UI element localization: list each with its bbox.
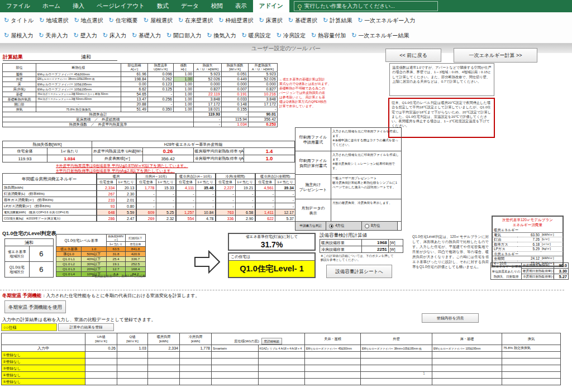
cell: 40%以下 bbox=[82, 257, 107, 262]
capacity-table: 暖房設備容量1968[W]冷房設備容量2251[W] bbox=[320, 239, 403, 253]
macro-icon bbox=[242, 32, 247, 39]
addin-item[interactable]: 熱容量付加 bbox=[308, 32, 349, 40]
cell: 外壁 bbox=[3, 77, 36, 82]
ribbon-tab[interactable]: 挿入 bbox=[66, 0, 90, 12]
col-header: 冷房(全期間) bbox=[216, 174, 255, 179]
macro-icon bbox=[132, 32, 137, 39]
addin-item[interactable]: 床入力 bbox=[100, 32, 129, 40]
addin-item[interactable]: 暖房設定 bbox=[239, 32, 274, 40]
cell: - bbox=[196, 203, 216, 209]
cell: 0.000 bbox=[249, 82, 278, 87]
temperature-coefficient-note: 温度係数は通常1.0ですが、アパートなどで隣接する空間が住戸の場合の界床、界壁で… bbox=[389, 63, 494, 96]
spec-name-input[interactable]: ○○仕様 bbox=[1, 323, 57, 331]
table-row: 延床面積 ／ 外皮総面積 - 115.94 356.42 bbox=[3, 117, 278, 122]
addin-item[interactable]: 一次エネルギー結果 bbox=[349, 32, 412, 40]
cell: 90.01 bbox=[249, 112, 278, 117]
table-row: 開口部-20.88-1.0017.1720.14817.172 bbox=[3, 102, 278, 107]
cell: 267 bbox=[97, 191, 117, 197]
cell: - bbox=[216, 191, 236, 197]
annual-energy-header: 年間暖冷房用消費エネルギー 暖房 冷房(4～10月) 暖冷房合計(4～10月) … bbox=[3, 174, 295, 185]
addin-item[interactable]: 在来壁選択 bbox=[175, 17, 216, 25]
ribbon-tab[interactable]: ページレイアウト bbox=[90, 0, 151, 12]
cell: 電気 bbox=[493, 232, 517, 237]
ribbon-tab[interactable]: 表示 bbox=[229, 0, 253, 12]
addin-item[interactable]: 一次エネルギー入力 bbox=[355, 17, 418, 25]
cell bbox=[361, 358, 432, 365]
cell: Smartwin bbox=[212, 345, 259, 352]
capacity-sheet-button[interactable]: 設備容量計算シートへ bbox=[326, 265, 392, 278]
annual-energy-body: 熱負荷[kWh]2,33420.131,77815.334,11135.462,… bbox=[3, 185, 295, 222]
excel-window: ファイル ホーム 挿入 ページレイアウト 数式 データ 校閲 表示 アドイン 実… bbox=[0, 0, 572, 392]
winter-predict-button[interactable]: 冬期室温 予測機能を使用 bbox=[4, 300, 66, 313]
print-application-form-button[interactable]: 印刷用ファイル 申請用書式 bbox=[295, 128, 331, 151]
register-result-button[interactable]: 計算中の結果を登録 bbox=[58, 323, 114, 331]
cell: [kWh/㎡] bbox=[541, 232, 563, 237]
table-row: 冷房設備容量2251[W] bbox=[320, 246, 403, 253]
cell: 外皮表面積[㎡] bbox=[92, 155, 143, 162]
addin-item[interactable]: 天井入力 bbox=[36, 32, 70, 40]
comparison-header: UA値 [W/㎡K] Q値 [W/㎡K] 暖房負荷 [kWh] 冷房負荷 [kW… bbox=[2, 333, 561, 345]
addin-item[interactable]: 床選択 bbox=[256, 17, 285, 25]
ribbon-tab[interactable]: 校閲 bbox=[205, 0, 229, 12]
addin-item[interactable]: 冷房設定 bbox=[274, 32, 308, 40]
addin-item[interactable]: 開口部入力 bbox=[164, 32, 204, 40]
toolbar-strip-label: ユーザー設定のツール バー bbox=[251, 45, 321, 52]
print-load-calc-form-button[interactable]: 印刷用ファイル 負荷計算付書式 bbox=[295, 151, 331, 174]
tell-me-search-input[interactable]: 実行したい作業を入力してください... bbox=[294, 1, 438, 11]
heat-table-side-note: ←省エネ基準の基礎計算は別計 算式なのでQ値系とは差が出ます。 基礎断熱が不明確… bbox=[279, 77, 333, 108]
cell: EMセルローズファイバー 45&300mm bbox=[305, 345, 361, 352]
cell: - bbox=[235, 197, 255, 203]
window-detail-button[interactable]: 窓詳細確認 bbox=[261, 338, 282, 345]
cell bbox=[258, 358, 305, 365]
table-row: 外壁EMセルローズファイバー 38mm+105&195mm 他198.840.2… bbox=[3, 77, 278, 82]
addin-item[interactable]: 基礎入力 bbox=[129, 32, 164, 40]
addin-ribbon: タイトル 地域選択 地点選択 住宅概要 屋根選択 在来壁選択 枠組壁選択 床選択… bbox=[0, 12, 572, 44]
addin-item[interactable]: 地域選択 bbox=[36, 17, 71, 25]
table-row: 暖房設備容量1968[W] bbox=[320, 240, 403, 246]
ribbon-tab[interactable]: データ bbox=[175, 0, 205, 12]
col-header: 1㎡当たり bbox=[107, 242, 126, 247]
cell bbox=[148, 358, 180, 365]
addin-item[interactable]: タイトル bbox=[1, 17, 36, 25]
owner-presentation-sheet-button[interactable]: 施主向け プレゼンシート bbox=[295, 175, 331, 199]
addin-item[interactable]: 基礎選択 bbox=[285, 17, 320, 25]
cell: 168.4 bbox=[126, 267, 146, 272]
cell bbox=[361, 372, 432, 379]
cell: - bbox=[176, 191, 196, 197]
macro-icon bbox=[218, 17, 223, 23]
addin-item[interactable]: 屋根選択 bbox=[141, 17, 175, 25]
ribbon-tab-file[interactable]: ファイル bbox=[0, 0, 36, 12]
monthly-data-button[interactable]: 月別データの 表示 bbox=[295, 199, 331, 221]
ribbon-tab[interactable]: 数式 bbox=[151, 0, 175, 12]
cell bbox=[432, 358, 502, 365]
back-button[interactable]: << 前に戻る bbox=[385, 49, 441, 62]
level-table-title: Q1.0住宅のLevel判定表 bbox=[2, 230, 56, 237]
register-note: 入力中の計算結果は名称を入力し、室温の比較データとして登録できます。 bbox=[2, 317, 156, 323]
addin-item[interactable]: 計算結果 bbox=[320, 17, 355, 25]
addin-item[interactable]: 壁入力 bbox=[70, 32, 99, 40]
cell: Q1.0 L1 bbox=[56, 257, 82, 262]
cell bbox=[117, 352, 148, 358]
addin-item[interactable]: 地点選択 bbox=[71, 17, 106, 25]
ribbon-tab[interactable]: ホーム bbox=[36, 0, 66, 12]
addin-item[interactable]: 住宅概要 bbox=[106, 17, 141, 25]
cell: 1.00 bbox=[174, 72, 194, 77]
table-row: 都市ガス消費量[㎥] (効率83%)2332.01-------- bbox=[3, 197, 295, 203]
unit-values-label: 1次エネルギー計算用 単位温度差あたりの 熱損失、日射取得 bbox=[490, 262, 521, 280]
clear-registration-button[interactable]: 登録内容を消去 bbox=[422, 313, 479, 323]
result-arrow-icon bbox=[194, 250, 220, 274]
addin-item[interactable]: 屋根入力 bbox=[1, 32, 36, 40]
primary-energy-calc-button[interactable]: 一次エネルギー計算 >> bbox=[454, 48, 537, 63]
unit-values-panel: 1次エネルギー計算用 単位温度差あたりの 熱損失、日射取得 外皮熱損失量[W/K… bbox=[490, 262, 569, 280]
radio-option-4dir[interactable]: 4方位 bbox=[326, 222, 362, 230]
addin-item[interactable]: 換気入力 bbox=[204, 32, 239, 40]
radio-option-8dir[interactable]: 8方位 bbox=[362, 222, 398, 230]
result-level-badge: Q1.0住宅Level- 1 bbox=[229, 261, 314, 277]
cell: 6 bbox=[29, 262, 54, 278]
cell: 3.848 bbox=[249, 97, 278, 102]
ratio-label: 省エネ基準住宅(灯油)に対して bbox=[229, 234, 314, 240]
cell bbox=[148, 352, 180, 358]
ribbon-tab-addin[interactable]: アドイン bbox=[253, 0, 289, 12]
cell: 床 bbox=[3, 82, 36, 87]
addin-item[interactable]: 枠組壁選択 bbox=[216, 17, 256, 25]
